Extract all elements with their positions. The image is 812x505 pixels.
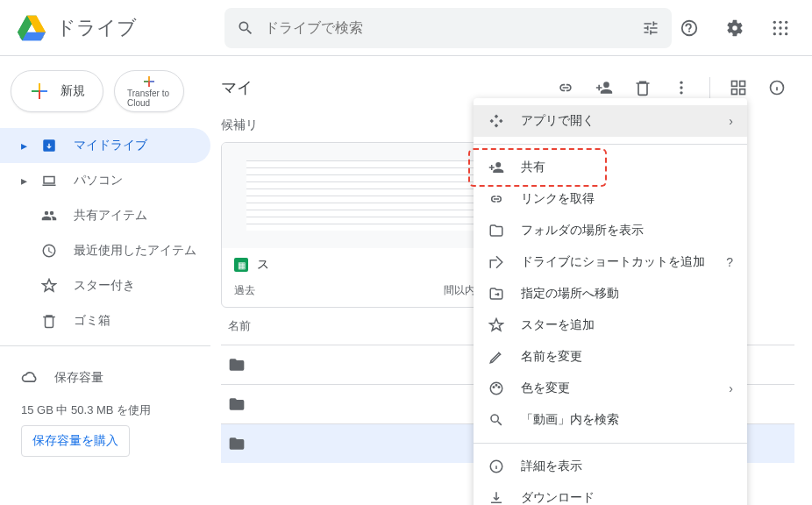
storage-section: 保存容量 15 GB 中 50.3 MB を使用 保存容量を購入 — [0, 353, 210, 464]
search-input[interactable] — [265, 20, 642, 36]
chevron-right-icon: › — [729, 114, 733, 128]
storage-label: 保存容量 — [54, 370, 103, 386]
menu-label: 指定の場所へ移動 — [521, 286, 619, 302]
menu-label: フォルダの場所を表示 — [521, 223, 644, 238]
cloud-icon — [21, 369, 39, 387]
shared-icon — [40, 208, 58, 224]
svg-point-23 — [495, 385, 497, 387]
menu-label: ダウンロード — [521, 490, 595, 505]
search-icon — [237, 19, 254, 37]
star-icon — [40, 278, 58, 294]
menu-show-location[interactable]: フォルダの場所を表示 — [474, 215, 747, 246]
content: マイ 候補リ ▦ ス 過去 XXXXXXXXXXXXXXXXXXXXXXXXXX — [210, 56, 812, 505]
svg-rect-16 — [732, 82, 737, 87]
svg-point-22 — [493, 387, 495, 388]
chevron-right-icon: › — [729, 381, 733, 395]
svg-point-15 — [680, 91, 682, 94]
download-icon — [488, 490, 505, 505]
star-outline-icon — [488, 317, 505, 333]
sidebar: 新規 Transfer to Cloud ▸ マイドライブ ▸ パソコン 共有ア… — [0, 56, 210, 505]
sidebar-item-label: マイドライブ — [74, 138, 147, 153]
menu-download[interactable]: ダウンロード — [474, 482, 747, 505]
menu-open-with[interactable]: アプリで開く › — [474, 105, 747, 137]
breadcrumb[interactable]: マイ — [221, 77, 253, 98]
link-icon — [488, 191, 505, 207]
sidebar-item-label: スター付き — [74, 278, 135, 294]
menu-move-to[interactable]: 指定の場所へ移動 — [474, 278, 747, 309]
sidebar-item-trash[interactable]: ゴミ箱 — [0, 303, 210, 338]
sidebar-item-recent[interactable]: 最近使用したアイテム — [0, 233, 210, 268]
menu-add-star[interactable]: スターを追加 — [474, 309, 747, 341]
menu-search-within[interactable]: 「動画」内を検索 — [474, 404, 747, 436]
search-bar[interactable] — [224, 8, 672, 48]
menu-details[interactable]: 詳細を表示 — [474, 451, 747, 482]
svg-rect-18 — [732, 89, 737, 95]
drive-logo-icon[interactable] — [14, 11, 49, 46]
menu-add-shortcut[interactable]: ドライブにショートカットを追加 ? — [474, 246, 747, 278]
menu-change-color[interactable]: 色を変更 › — [474, 373, 747, 404]
caret-icon: ▸ — [21, 174, 32, 188]
new-button-label: 新規 — [61, 83, 85, 99]
card-title: ス — [257, 257, 269, 273]
trash-icon — [40, 313, 58, 329]
search-options-icon[interactable] — [642, 19, 659, 37]
app-name: ドライブ — [56, 15, 137, 41]
sidebar-nav: ▸ マイドライブ ▸ パソコン 共有アイテム 最近使用したアイテム — [0, 128, 210, 338]
help-icon[interactable] — [672, 11, 707, 46]
divider — [0, 345, 210, 346]
svg-point-4 — [773, 20, 776, 23]
open-with-icon — [488, 113, 505, 129]
svg-point-13 — [680, 82, 682, 84]
sidebar-item-computers[interactable]: ▸ パソコン — [0, 163, 210, 198]
buy-storage-button[interactable]: 保存容量を購入 — [21, 425, 130, 457]
shortcut-icon — [488, 254, 505, 270]
new-button[interactable]: 新規 — [11, 70, 103, 112]
menu-label: 色を変更 — [521, 381, 570, 396]
search-icon — [488, 412, 505, 428]
svg-point-14 — [680, 86, 682, 89]
folder-outline-icon — [488, 223, 505, 238]
sidebar-item-label: ゴミ箱 — [74, 313, 110, 329]
header-right — [672, 11, 798, 46]
info-icon[interactable] — [759, 70, 794, 105]
person-add-icon — [488, 160, 505, 175]
menu-get-link[interactable]: リンクを取得 — [474, 183, 747, 215]
menu-label: 名前を変更 — [521, 349, 582, 365]
storage-used-text: 15 GB 中 50.3 MB を使用 — [21, 402, 189, 418]
folder-icon — [228, 435, 246, 452]
storage-row[interactable]: 保存容量 — [21, 360, 189, 395]
folder-icon — [228, 395, 246, 413]
menu-label: アプリで開く — [521, 113, 595, 129]
menu-label: 共有 — [521, 160, 545, 175]
svg-point-6 — [785, 20, 787, 23]
sidebar-item-mydrive[interactable]: ▸ マイドライブ — [0, 128, 210, 163]
apps-icon[interactable] — [763, 11, 798, 46]
svg-point-7 — [773, 26, 776, 29]
context-menu: アプリで開く › 共有 リンクを取得 フォルダの場所を表示 ドライブにショートカ… — [474, 98, 747, 505]
sidebar-item-label: 最近使用したアイテム — [74, 243, 196, 259]
svg-point-11 — [779, 32, 781, 35]
menu-label: スターを追加 — [521, 317, 595, 333]
computers-icon — [40, 173, 58, 188]
menu-label: リンクを取得 — [521, 191, 595, 207]
move-icon — [488, 286, 505, 302]
recent-icon — [40, 243, 58, 259]
menu-rename[interactable]: 名前を変更 — [474, 341, 747, 373]
header: ドライブ — [0, 0, 812, 56]
settings-icon[interactable] — [717, 11, 752, 46]
svg-point-5 — [779, 20, 781, 23]
menu-label: 「動画」内を検索 — [521, 412, 619, 428]
svg-point-10 — [773, 32, 776, 35]
svg-point-8 — [779, 26, 781, 29]
svg-point-9 — [785, 26, 787, 29]
help-badge-icon: ? — [726, 255, 733, 269]
sheets-icon: ▦ — [234, 258, 248, 272]
caret-icon: ▸ — [21, 139, 32, 153]
sidebar-item-shared[interactable]: 共有アイテム — [0, 198, 210, 233]
transfer-cloud-button[interactable]: Transfer to Cloud — [114, 70, 184, 112]
sidebar-item-starred[interactable]: スター付き — [0, 268, 210, 303]
info-icon — [488, 459, 505, 474]
svg-point-12 — [785, 32, 787, 35]
menu-share[interactable]: 共有 — [474, 152, 747, 183]
toolbar-divider — [709, 77, 710, 98]
